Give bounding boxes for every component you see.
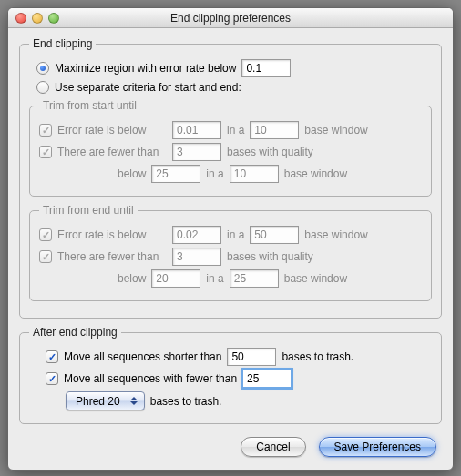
base-window-label-2: base window bbox=[284, 167, 347, 180]
save-button-label: Save Preferences bbox=[334, 441, 421, 453]
radio-separate-row: Use separate criteria for start and end: bbox=[29, 81, 432, 94]
end-fewer-row: There are fewer than bases with quality bbox=[39, 248, 422, 266]
base-window-label-3: base window bbox=[304, 228, 367, 241]
end-qual-below-input bbox=[151, 269, 200, 288]
group-trim-start-legend: Trim from start until bbox=[39, 99, 140, 112]
base-window-label-4: base window bbox=[284, 272, 347, 285]
close-icon[interactable] bbox=[15, 13, 26, 24]
preferences-window: End clipping preferences End clipping Ma… bbox=[7, 7, 454, 471]
group-trim-end: Trim from end until Error rate is below … bbox=[29, 204, 432, 301]
bases-quality-label-2: bases with quality bbox=[227, 250, 313, 263]
radio-maximize-row: Maximize region with error rate below bbox=[29, 59, 432, 77]
in-a-label-4: in a bbox=[206, 272, 223, 285]
start-err-checkbox bbox=[39, 124, 52, 137]
start-qual-window-input bbox=[230, 165, 279, 183]
end-fewer-checkbox bbox=[39, 250, 52, 263]
content: End clipping Maximize region with error … bbox=[8, 28, 453, 470]
group-end-clipping: End clipping Maximize region with error … bbox=[19, 37, 442, 319]
group-trim-end-legend: Trim from end until bbox=[39, 204, 138, 217]
group-end-clipping-legend: End clipping bbox=[29, 37, 96, 50]
after-fewer-label[interactable]: Move all sequences with fewer than bbox=[64, 372, 237, 385]
radio-maximize[interactable] bbox=[36, 62, 49, 75]
phred-select[interactable]: Phred 20 bbox=[66, 391, 145, 410]
after-shorter-checkbox[interactable] bbox=[46, 350, 58, 363]
bases-trash-label-2: bases to trash. bbox=[150, 395, 222, 408]
zoom-icon[interactable] bbox=[48, 13, 59, 24]
start-err-rate-input bbox=[172, 121, 221, 139]
radio-maximize-label[interactable]: Maximize region with error rate below bbox=[55, 62, 236, 75]
start-fewer-row: There are fewer than bases with quality bbox=[39, 143, 422, 161]
start-below-row: below in a base window bbox=[39, 165, 422, 183]
in-a-label-3: in a bbox=[227, 228, 244, 241]
after-shorter-label[interactable]: Move all sequences shorter than bbox=[64, 350, 221, 363]
below-label: below bbox=[118, 167, 146, 180]
cancel-button-label: Cancel bbox=[256, 441, 290, 453]
max-error-rate-input[interactable] bbox=[241, 59, 291, 77]
end-err-rate-input bbox=[172, 226, 221, 244]
start-fewer-bases-input bbox=[172, 143, 221, 161]
end-qual-window-input bbox=[230, 269, 279, 288]
after-fewer-checkbox[interactable] bbox=[46, 372, 58, 385]
start-err-window-input bbox=[250, 121, 299, 139]
after-fewer-input[interactable] bbox=[242, 370, 292, 388]
cancel-button[interactable]: Cancel bbox=[241, 437, 305, 457]
after-shorter-row: Move all sequences shorter than bases to… bbox=[29, 348, 432, 366]
bases-trash-label: bases to trash. bbox=[282, 350, 353, 363]
titlebar: End clipping preferences bbox=[8, 8, 453, 28]
end-err-row: Error rate is below in a base window bbox=[39, 226, 422, 244]
in-a-label: in a bbox=[227, 124, 244, 137]
radio-separate[interactable] bbox=[36, 81, 49, 94]
in-a-label-2: in a bbox=[206, 167, 223, 180]
window-title: End clipping preferences bbox=[8, 12, 453, 25]
window-controls bbox=[8, 13, 59, 24]
phred-row: Phred 20 bases to trash. bbox=[29, 391, 432, 410]
after-shorter-input[interactable] bbox=[227, 348, 276, 366]
start-err-row: Error rate is below in a base window bbox=[39, 121, 422, 139]
start-qual-below-input bbox=[151, 165, 200, 183]
end-err-label: Error rate is below bbox=[57, 228, 167, 241]
button-row: Cancel Save Preferences bbox=[19, 431, 442, 457]
end-below-row: below in a base window bbox=[39, 269, 422, 288]
group-trim-start: Trim from start until Error rate is belo… bbox=[29, 99, 432, 197]
group-after: After end clipping Move all sequences sh… bbox=[19, 326, 442, 424]
end-err-window-input bbox=[250, 226, 299, 244]
group-after-legend: After end clipping bbox=[29, 326, 121, 339]
start-fewer-label: There are fewer than bbox=[57, 146, 167, 158]
end-fewer-bases-input bbox=[172, 248, 221, 266]
minimize-icon[interactable] bbox=[32, 13, 43, 24]
bases-quality-label: bases with quality bbox=[227, 146, 313, 158]
start-fewer-checkbox bbox=[39, 146, 52, 158]
after-fewer-row: Move all sequences with fewer than bbox=[29, 370, 432, 388]
phred-select-value: Phred 20 bbox=[76, 395, 120, 408]
base-window-label: base window bbox=[304, 124, 367, 137]
end-err-checkbox bbox=[39, 228, 52, 241]
save-button[interactable]: Save Preferences bbox=[319, 437, 436, 457]
start-err-label: Error rate is below bbox=[57, 124, 167, 137]
below-label-2: below bbox=[118, 272, 146, 285]
end-fewer-label: There are fewer than bbox=[57, 250, 167, 263]
radio-separate-label[interactable]: Use separate criteria for start and end: bbox=[55, 81, 241, 94]
chevron-updown-icon bbox=[128, 394, 140, 409]
